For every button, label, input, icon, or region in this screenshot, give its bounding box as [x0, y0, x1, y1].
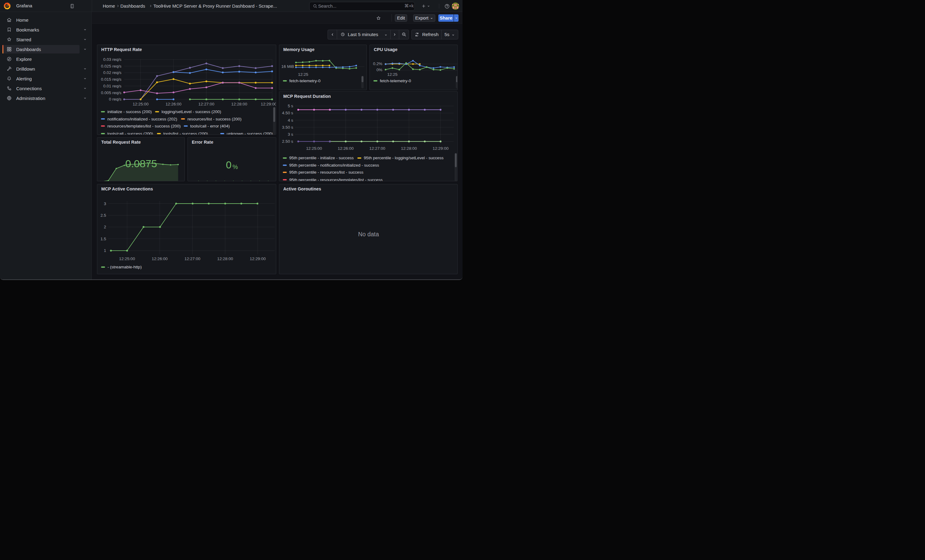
svg-text:- (streamable-http): - (streamable-http) [107, 265, 142, 269]
svg-text:resources/list - success (200): resources/list - success (200) [187, 116, 242, 121]
svg-text:tools/list - success (200): tools/list - success (200) [163, 131, 208, 135]
svg-text:12:27:00: 12:27:00 [199, 102, 214, 106]
svg-text:1: 1 [104, 248, 106, 253]
svg-text:2.5: 2.5 [100, 213, 106, 218]
svg-text:3: 3 [104, 201, 106, 206]
svg-text:3.50 s: 3.50 s [282, 125, 293, 129]
svg-text:12:28:00: 12:28:00 [217, 257, 233, 261]
svg-text:95th percentile - logging/setL: 95th percentile - logging/setLevel - suc… [364, 156, 443, 160]
svg-text:tools/call - success (200): tools/call - success (200) [107, 131, 153, 135]
svg-text:12:25: 12:25 [387, 72, 398, 77]
svg-text:12:28:00: 12:28:00 [401, 146, 417, 150]
svg-text:0%: 0% [377, 67, 383, 72]
svg-text:95th percentile - resources/te: 95th percentile - resources/templates/li… [289, 177, 383, 181]
svg-text:0.01 req/s: 0.01 req/s [103, 83, 121, 88]
svg-text:4 s: 4 s [288, 118, 293, 122]
svg-text:95th percentile - initialize -: 95th percentile - initialize - success [289, 156, 354, 160]
svg-text:16 MiB: 16 MiB [282, 64, 294, 69]
svg-text:4.50 s: 4.50 s [282, 111, 293, 115]
svg-text:0.2%: 0.2% [373, 62, 383, 66]
svg-text:12:25:00: 12:25:00 [119, 257, 135, 261]
svg-text:0.03 req/s: 0.03 req/s [103, 57, 121, 62]
svg-text:95th percentile - notification: 95th percentile - notifications/initiali… [289, 163, 379, 167]
svg-text:notifications/initialized - su: notifications/initialized - success (202… [107, 116, 177, 121]
svg-text:fetch-telemetry-0: fetch-telemetry-0 [289, 78, 321, 83]
svg-text:%: % [232, 164, 238, 170]
svg-text:fetch-telemetry-0: fetch-telemetry-0 [380, 78, 411, 83]
svg-text:tools/call - error (404): tools/call - error (404) [190, 123, 230, 128]
svg-text:0.025 req/s: 0.025 req/s [101, 64, 121, 68]
svg-text:12:29:00: 12:29:00 [261, 102, 276, 106]
svg-text:12:26:00: 12:26:00 [152, 257, 168, 261]
svg-text:12:27:00: 12:27:00 [369, 146, 385, 150]
svg-text:95th percentile - resources/li: 95th percentile - resources/list - succe… [289, 170, 364, 174]
svg-text:12:26:00: 12:26:00 [338, 146, 354, 150]
svg-text:unknown - success (200): unknown - success (200) [227, 131, 273, 135]
svg-text:initialize - success (200): initialize - success (200) [107, 110, 152, 114]
svg-text:12:29:00: 12:29:00 [432, 146, 449, 150]
svg-text:0.0875: 0.0875 [125, 158, 157, 169]
svg-text:12:25:00: 12:25:00 [306, 146, 322, 150]
svg-text:resources/templates/list - suc: resources/templates/list - success (200) [107, 123, 181, 128]
svg-text:12:29:00: 12:29:00 [250, 257, 266, 261]
svg-text:5 s: 5 s [288, 104, 293, 108]
svg-text:1.5: 1.5 [100, 237, 106, 241]
svg-text:0.005 req/s: 0.005 req/s [101, 90, 121, 95]
svg-text:3 s: 3 s [288, 132, 293, 137]
svg-text:12:25: 12:25 [298, 72, 308, 77]
svg-text:12:25:00: 12:25:00 [133, 102, 149, 106]
svg-text:0.02 req/s: 0.02 req/s [103, 70, 121, 75]
svg-text:12:27:00: 12:27:00 [184, 257, 200, 261]
svg-text:2.50 s: 2.50 s [282, 139, 293, 144]
svg-text:12:28:00: 12:28:00 [231, 102, 247, 106]
svg-text:0.015 req/s: 0.015 req/s [101, 77, 121, 82]
svg-text:12:26:00: 12:26:00 [166, 102, 181, 106]
svg-text:0 req/s: 0 req/s [109, 97, 121, 102]
svg-text:No data: No data [358, 231, 379, 237]
svg-text:0: 0 [226, 159, 232, 171]
svg-text:2: 2 [104, 225, 106, 229]
svg-text:logging/setLevel - success (20: logging/setLevel - success (200) [161, 110, 221, 114]
